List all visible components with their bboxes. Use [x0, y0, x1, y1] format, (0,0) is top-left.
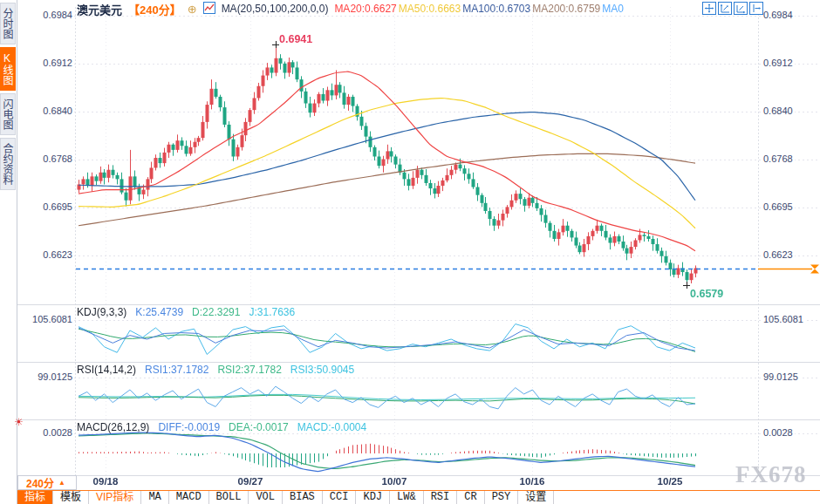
ma-settings-label[interactable]: MA(20,50,100,200,0,0): [222, 3, 329, 15]
rsi-title: RSI(14,14,2): [77, 364, 136, 376]
kdj-axis-label: 105.6081: [17, 314, 74, 324]
interval-button[interactable]: 240分 ▲: [17, 475, 77, 490]
kdj-axis-label: 105.6081: [762, 314, 805, 324]
price-axis-label: 0.6912: [17, 58, 74, 68]
trading-chart-app: 分时图K线图闪电图合约资料 澳元美元 【240分】 ⊕ MA(20,50,100…: [0, 0, 820, 504]
sidebar-tab-2[interactable]: 闪电图: [0, 93, 16, 135]
interval-button-label: 240分: [26, 475, 54, 490]
triangle-up-icon: ▲: [58, 479, 65, 487]
kdj-title: KDJ(9,3,3): [77, 306, 126, 318]
rsi-value: RSI3:50.9045: [290, 364, 354, 376]
price-axis-label: 0.6695: [762, 201, 795, 212]
toolbar-item-VOL[interactable]: VOL: [249, 491, 283, 504]
kdj-value: J:31.7636: [249, 306, 295, 318]
rsi-value: RSI2:37.1782: [217, 364, 281, 376]
price-axis-label: 0.6623: [762, 249, 795, 260]
x-axis-date-label: 09/27: [238, 476, 263, 487]
symbol-name: 澳元美元: [77, 1, 122, 17]
kdj-header[interactable]: KDJ(9,3,3) K:25.4739D:22.3291J:31.7636: [77, 306, 304, 318]
price-axis-label: 0.6840: [762, 106, 795, 116]
ma-value: MA50:0.6663: [399, 3, 461, 15]
toolbar-item-PSY[interactable]: PSY: [485, 491, 519, 504]
toolbar-item-KDJ[interactable]: KDJ: [356, 491, 390, 504]
toolbar-item-模板[interactable]: 模板: [53, 491, 89, 504]
toolbar-item-CR[interactable]: CR: [457, 491, 484, 504]
price-axis-label: 0.6912: [762, 58, 795, 68]
macd-axis-label: 0.0028: [17, 427, 74, 438]
rsi-header[interactable]: RSI(14,14,2) RSI1:37.1782RSI2:37.1782RSI…: [77, 364, 363, 376]
price-axis-label: 0.6695: [17, 201, 74, 212]
rsi-axis-label: 99.0125: [17, 371, 74, 382]
kdj-value: K:25.4739: [135, 306, 183, 318]
bottom-toolbar: 指标模板VIP指标MAMACDBOLLVOLBIASCCIKDJLW&RSICR…: [17, 490, 820, 504]
add-indicator-icon[interactable]: ⊕: [188, 3, 197, 16]
toolbar-item-MA[interactable]: MA: [141, 491, 168, 504]
price-axis-label: 0.6984: [762, 10, 795, 20]
sidebar: 分时图K线图闪电图合约资料: [0, 0, 17, 504]
low-price-annotation: 0.6579: [690, 288, 723, 300]
toolbar-item-设置[interactable]: 设置: [518, 491, 554, 504]
watermark: FX678: [735, 461, 807, 488]
macd-value: MACD:-0.0004: [297, 421, 366, 433]
rsi-axis-label: 99.0125: [762, 371, 800, 382]
macd-values: DIFF:-0.0019DEA:-0.0017MACD:-0.0004: [158, 421, 375, 433]
pan-right-icon[interactable]: [749, 2, 763, 18]
high-price-annotation: 0.6941: [279, 33, 312, 45]
kdj-value: D:22.3291: [192, 306, 240, 318]
price-axis-label: 0.6768: [17, 153, 74, 164]
price-axis-label: 0.6984: [17, 10, 74, 20]
sidebar-tab-3[interactable]: 合约资料: [0, 138, 16, 190]
macd-axis-label: 0.0028: [762, 427, 795, 438]
interval-label[interactable]: 【240分】: [128, 1, 181, 17]
x-axis-date-label: 10/16: [520, 476, 545, 487]
price-axis-label: 0.6623: [17, 249, 74, 260]
toolbar-item-指标[interactable]: 指标: [17, 491, 53, 504]
price-header: 澳元美元 【240分】 ⊕ MA(20,50,100,200,0,0) MA20…: [77, 1, 625, 17]
price-axis-label: 0.6840: [17, 106, 74, 116]
x-axis-date-label: 10/25: [658, 476, 683, 487]
ma-value: MA20:0.6627: [334, 3, 396, 15]
rsi-value: RSI1:37.1782: [145, 364, 208, 376]
blink-indicator-icon: ☀: [14, 416, 24, 428]
toolbar-item-BIAS[interactable]: BIAS: [283, 491, 323, 504]
ma-value: MA0: [602, 3, 624, 15]
toolbar-item-MACD[interactable]: MACD: [169, 491, 209, 504]
toolbar-item-CCI[interactable]: CCI: [323, 491, 357, 504]
kdj-values: K:25.4739D:22.3291J:31.7636: [135, 306, 304, 318]
ma-values: MA20:0.6627MA50:0.6663MA100:0.6703MA200:…: [334, 3, 625, 15]
scale-vertical-icon[interactable]: [718, 2, 732, 18]
macd-header[interactable]: MACD(26,12,9) DIFF:-0.0019DEA:-0.0017MAC…: [77, 421, 375, 433]
x-axis-date-label: 09/18: [93, 476, 119, 487]
x-axis-date-label: 10/07: [382, 476, 407, 487]
rsi-values: RSI1:37.1782RSI2:37.1782RSI3:50.9045: [145, 364, 363, 376]
sidebar-tab-0[interactable]: 分时图: [0, 3, 16, 44]
toolbar-item-RSI[interactable]: RSI: [424, 491, 458, 504]
macd-title: MACD(26,12,9): [77, 421, 149, 433]
scale-horizontal-icon[interactable]: [734, 2, 748, 18]
price-axis-label: 0.6768: [762, 153, 795, 164]
ma-value: MA200:0.6759: [532, 3, 600, 15]
crosshair-icon[interactable]: [702, 2, 716, 18]
macd-value: DEA:-0.0017: [229, 421, 289, 433]
chart-type-icon[interactable]: [203, 2, 215, 17]
toolbar-item-BOLL[interactable]: BOLL: [209, 491, 249, 504]
chart-toolbar-icons: [702, 2, 763, 18]
sidebar-tab-1[interactable]: K线图: [0, 47, 16, 91]
macd-value: DIFF:-0.0019: [158, 421, 220, 433]
toolbar-item-LW&[interactable]: LW&: [390, 491, 424, 504]
ma-value: MA100:0.6703: [462, 3, 530, 15]
toolbar-item-VIP指标[interactable]: VIP指标: [89, 491, 141, 504]
